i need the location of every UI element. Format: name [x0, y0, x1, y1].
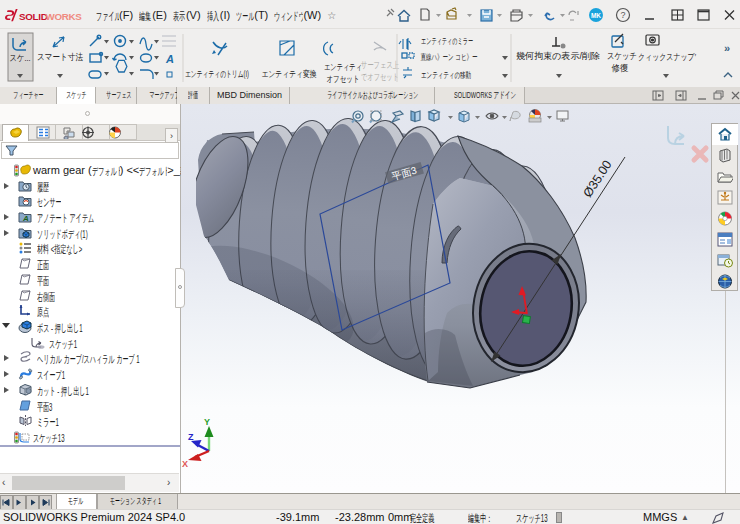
svg-text:サーフェス上: サーフェス上	[361, 60, 399, 70]
svg-text:直線ハ》ーン コヒ》ー: 直線ハ》ーン コヒ》ー	[421, 52, 478, 62]
svg-text:X: X	[182, 459, 188, 469]
svg-text:Y: Y	[204, 417, 210, 427]
svg-text:クィックスナップ′: クィックスナップ′	[638, 52, 696, 62]
svg-text:エンティティの移動: エンティティの移動	[421, 70, 471, 80]
svg-text:A: A	[165, 53, 174, 65]
svg-text:WORKS: WORKS	[46, 11, 83, 22]
svg-text:スマート寸法: スマート寸法	[37, 52, 83, 62]
svg-text:エンティティ変換: エンティティ変換	[262, 69, 317, 79]
svg-text:MK: MK	[591, 12, 601, 19]
svg-text:Z: Z	[188, 432, 194, 442]
svg-text:オフセット: オフセット	[327, 74, 360, 84]
svg-text:修復: 修復	[612, 63, 629, 73]
svg-text:でオフセット: でオフセット	[361, 72, 399, 82]
svg-text:エンティティのミラー: エンティティのミラー	[421, 36, 473, 46]
svg-text:?: ?	[620, 10, 625, 20]
svg-text:エンティティ: エンティティ	[324, 62, 362, 72]
svg-text:Ø35.00: Ø35.00	[581, 158, 615, 200]
svg-text:»: »	[724, 42, 730, 54]
svg-text:スケッチ: スケッチ	[607, 51, 637, 61]
svg-text:SOLID: SOLID	[19, 11, 48, 22]
svg-text:A: A	[22, 214, 29, 223]
svg-text:スケ...: スケ...	[10, 53, 31, 63]
svg-text:幾何拘束の表示/削除: 幾何拘束の表示/削除	[516, 51, 600, 61]
svg-text:エンティティのトリム(I): エンティティのトリム(I)	[185, 69, 249, 79]
